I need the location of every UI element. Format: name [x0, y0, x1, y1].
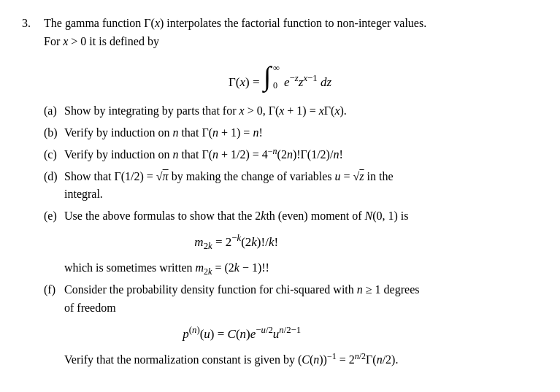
intro-line1: The gamma function Γ(x) interpolates the… [44, 15, 426, 33]
label-b: (b) [44, 124, 64, 142]
intro-line2: For x > 0 it is defined by [44, 33, 426, 51]
label-e: (e) [44, 207, 64, 225]
problem-header: 3. The gamma function Γ(x) interpolates … [22, 15, 538, 51]
label-f: (f) [44, 281, 64, 299]
gamma-definition-formula: Γ(x) = ∫∞0 e−zzx−1 dz [22, 61, 538, 93]
content-c: Verify by induction on n that Γ(n + 1/2)… [64, 146, 343, 164]
moment-formula: m2k = 2−k(2k)!/k! [64, 233, 408, 252]
chi-squared-pdf: p(n)(u) = C(n)e−u/2un/2−1 [64, 325, 419, 344]
label-c: (c) [44, 146, 64, 164]
content-d: Show that Γ(1/2) = √π by making the chan… [64, 168, 394, 204]
part-f-text2: Verify that the normalization constant i… [64, 351, 419, 369]
problem-number: 3. [22, 15, 44, 32]
of-freedom-line: of freedom [64, 299, 419, 318]
problem-container: 3. The gamma function Γ(x) interpolates … [22, 15, 538, 369]
part-f: (f) Consider the probability density fun… [44, 281, 538, 369]
problem-intro: The gamma function Γ(x) interpolates the… [44, 15, 426, 51]
content-e: Use the above formulas to show that the … [64, 207, 408, 277]
part-f-text1: Consider the probability density functio… [64, 281, 419, 318]
part-b: (b) Verify by induction on n that Γ(n + … [44, 124, 538, 142]
part-e-text1: Use the above formulas to show that the … [64, 207, 408, 226]
content-a: Show by integrating by parts that for x … [64, 102, 347, 120]
sub-parts: (a) Show by integrating by parts that fo… [44, 102, 538, 369]
part-d-continuation: integral. [64, 185, 394, 204]
part-c: (c) Verify by induction on n that Γ(n + … [44, 146, 538, 164]
label-d: (d) [44, 168, 64, 185]
part-a: (a) Show by integrating by parts that fo… [44, 102, 538, 120]
content-b: Verify by induction on n that Γ(n + 1) =… [64, 124, 263, 142]
label-a: (a) [44, 102, 64, 120]
content-f: Consider the probability density functio… [64, 281, 419, 369]
part-e: (e) Use the above formulas to show that … [44, 207, 538, 277]
part-e-text2: which is sometimes written m2k = (2k − 1… [64, 259, 408, 277]
part-d: (d) Show that Γ(1/2) = √π by making the … [44, 168, 538, 204]
